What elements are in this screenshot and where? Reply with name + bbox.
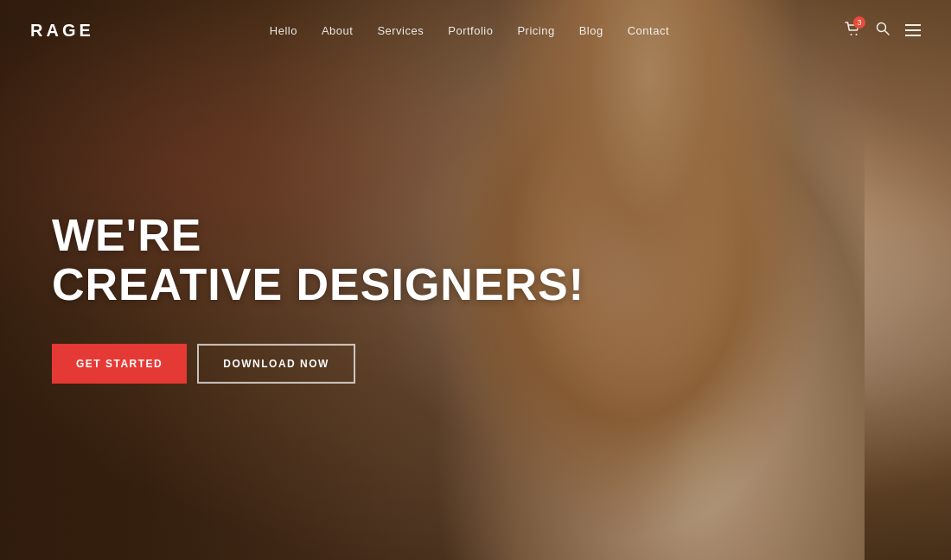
navbar: RAGE Hello About Services Portfolio Pric… [0, 0, 951, 60]
nav-links: Hello About Services Portfolio Pricing B… [270, 22, 669, 38]
nav-item-blog[interactable]: Blog [579, 22, 603, 38]
hamburger-menu-icon[interactable] [905, 24, 921, 36]
nav-item-portfolio[interactable]: Portfolio [448, 22, 493, 38]
nav-item-contact[interactable]: Contact [628, 22, 669, 38]
nav-item-about[interactable]: About [322, 22, 353, 38]
nav-item-services[interactable]: Services [377, 22, 424, 38]
search-icon[interactable] [876, 22, 890, 39]
download-now-button[interactable]: DOWNLOAD NOW [197, 344, 355, 384]
get-started-button[interactable]: GET STARTED [52, 344, 187, 384]
nav-link-blog[interactable]: Blog [579, 24, 603, 37]
nav-item-pricing[interactable]: Pricing [517, 22, 554, 38]
nav-link-contact[interactable]: Contact [628, 24, 669, 37]
cart-badge: 3 [853, 16, 865, 29]
nav-icons: 3 [845, 22, 921, 40]
nav-item-hello[interactable]: Hello [270, 22, 297, 38]
hero-section: RAGE Hello About Services Portfolio Pric… [0, 0, 951, 560]
nav-link-services[interactable]: Services [377, 24, 424, 37]
svg-line-3 [885, 31, 890, 35]
cart-icon[interactable]: 3 [845, 22, 860, 40]
hero-content: WE'RE CREATIVE DESIGNERS! GET STARTED DO… [52, 211, 584, 384]
hero-headline-line2: CREATIVE DESIGNERS! [52, 260, 584, 309]
hero-buttons: GET STARTED DOWNLOAD NOW [52, 344, 584, 384]
hero-headline-line1: WE'RE [52, 211, 584, 260]
svg-point-0 [851, 34, 852, 35]
svg-point-1 [856, 34, 858, 35]
nav-link-portfolio[interactable]: Portfolio [448, 24, 493, 37]
nav-link-about[interactable]: About [322, 24, 353, 37]
nav-link-pricing[interactable]: Pricing [517, 24, 554, 37]
nav-link-hello[interactable]: Hello [270, 24, 297, 37]
brand-logo[interactable]: RAGE [30, 21, 94, 41]
